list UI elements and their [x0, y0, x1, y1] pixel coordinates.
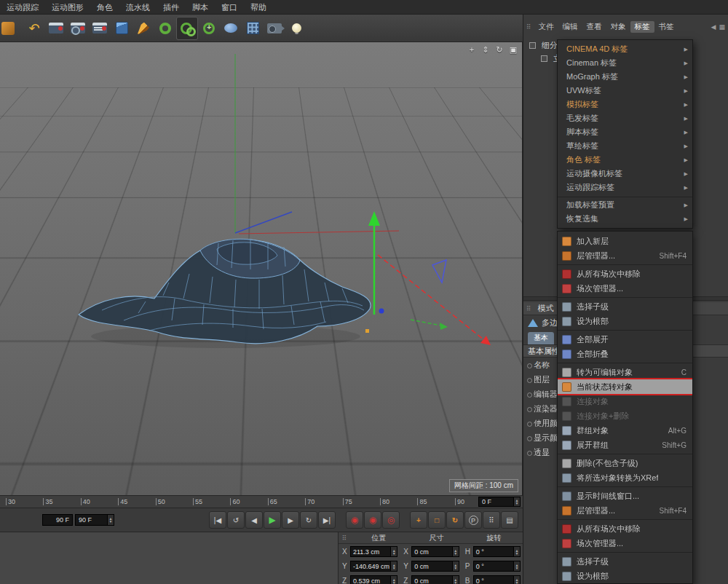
minimal-interface-button[interactable]: ▤ [501, 511, 518, 529]
context-menu-item[interactable]: 选择子级 [558, 552, 692, 569]
frame-value-field[interactable]: 90 F ▲▼ [75, 514, 114, 526]
toolbar-button[interactable] [89, 17, 111, 40]
tags-menu-item[interactable]: 模拟标签 ▶ [558, 98, 692, 111]
coordinate-input[interactable]: 0 ° ▲▼ [473, 561, 521, 572]
coordinate-input[interactable]: 0 cm ▲▼ [411, 575, 459, 584]
toolbar-button[interactable] [264, 17, 285, 40]
value-spinner[interactable]: ▲▼ [452, 576, 459, 584]
context-menu-item[interactable]: 删除(不包含子级) [558, 454, 692, 470]
toolbar-button[interactable] [67, 17, 89, 40]
context-menu-item[interactable]: 全部展开 [558, 330, 692, 347]
grip-icon[interactable]: ⠿ [526, 23, 531, 31]
context-menu-item[interactable]: 转为可编辑对象 C [558, 363, 692, 379]
menubar-item[interactable]: 运动跟踪 [0, 0, 45, 15]
tags-menu-item[interactable]: 运动跟踪标签 ▶ [558, 181, 692, 194]
tags-menu-item[interactable]: MoGraph 标签 ▶ [558, 70, 692, 84]
menubar-item[interactable]: 插件 [157, 0, 186, 15]
gizmo-plane-arrowhead[interactable] [440, 323, 448, 330]
tab-basic[interactable]: 基本 [528, 332, 554, 344]
toolbar-button[interactable] [242, 17, 264, 40]
timeline-ruler[interactable]: 30 35 40 45 50 55 60 65 70 75 80 85 [0, 495, 523, 508]
context-menu-item[interactable]: 将所选对象转换为XRef [558, 470, 692, 485]
keyframe-selection-button[interactable]: ◎ [382, 511, 400, 529]
value-spinner[interactable]: ▲▼ [390, 561, 397, 571]
om-menu-view[interactable]: 查看 [582, 21, 606, 33]
context-menu-item[interactable]: 从所有场次中移除 [558, 264, 692, 281]
om-menu-edit[interactable]: 编辑 [558, 21, 582, 33]
toggle-view-icon[interactable]: ▣ [508, 44, 518, 55]
coordinate-input[interactable]: 0 ° ▲▼ [473, 575, 521, 584]
toolbar-button[interactable] [1, 17, 23, 40]
tags-menu-item[interactable]: 草绘标签 ▶ [558, 139, 692, 153]
toolbar-button[interactable] [45, 17, 67, 40]
context-menu-item[interactable]: 加入新层 [558, 234, 692, 248]
toolbar-button[interactable] [285, 17, 307, 40]
gizmo-plane-handle[interactable] [411, 320, 441, 325]
toolbar-button[interactable]: ↶ [23, 17, 45, 40]
record-rotation-toggle[interactable]: ↻ [446, 511, 464, 529]
value-spinner[interactable]: ▲▼ [513, 576, 520, 584]
tags-menu-item[interactable]: 角色 标签 ▶ [558, 153, 692, 167]
tags-menu-item[interactable]: 脚本标签 ▶ [558, 125, 692, 139]
coordinate-input[interactable]: -140.649 cm ▲▼ [350, 561, 397, 572]
context-menu-item[interactable]: 选择子级 [558, 297, 692, 314]
context-menu-item[interactable]: 群组对象 Alt+G [558, 423, 692, 438]
grip-icon[interactable]: ⠿ [339, 534, 350, 542]
selected-vertex[interactable] [365, 329, 369, 333]
tags-menu-item[interactable]: UVW标签 ▶ [558, 84, 692, 98]
pan-icon[interactable]: + [467, 44, 477, 55]
layout-icon[interactable]: ▦ [719, 23, 725, 31]
current-frame-field[interactable]: 0 F ▲▼ [478, 497, 521, 507]
value-spinner[interactable]: ▲▼ [390, 547, 397, 556]
tags-menu-item[interactable]: 运动摄像机标签 ▶ [558, 167, 692, 181]
coordinate-input[interactable]: 0 cm ▲▼ [411, 561, 459, 572]
perspective-viewport[interactable]: + ⇕ ↻ ▣ 网格间距 : 100 cm [0, 42, 523, 495]
context-menu-item[interactable]: 显示时间线窗口... [558, 486, 692, 503]
record-position-toggle[interactable]: + [410, 511, 427, 529]
toolbar-button[interactable] [198, 17, 220, 40]
expand-toggle-icon[interactable] [541, 55, 547, 62]
toolbar-button[interactable] [220, 17, 242, 40]
toolbar-button[interactable] [132, 17, 154, 40]
menubar-item[interactable]: 窗口 [215, 0, 244, 15]
previous-frame-button[interactable]: ◀ [245, 511, 263, 529]
tags-menu-item[interactable]: Cineman 标签 ▶ [558, 56, 692, 70]
goto-end-button[interactable]: ▶| [318, 511, 336, 529]
context-menu-item[interactable]: 全部折叠 [558, 347, 692, 361]
play-loop-button[interactable]: ↻ [300, 511, 317, 529]
context-menu-item[interactable]: 当前状态转对象 [558, 379, 692, 394]
play-reverse-button[interactable]: ↺ [227, 511, 245, 529]
play-forwards-button[interactable]: ▶ [264, 511, 281, 529]
tags-menu-item[interactable]: 加载标签预置 ▶ [558, 197, 692, 212]
coordinate-input[interactable]: 0 ° ▲▼ [473, 546, 521, 557]
om-menu-file[interactable]: 文件 [534, 21, 558, 33]
dock-icon[interactable]: ◀ [711, 23, 716, 31]
next-frame-button[interactable]: ▶ [282, 511, 299, 529]
om-menu-object[interactable]: 对象 [606, 21, 630, 33]
menubar-item[interactable]: 运动图形 [45, 0, 90, 15]
frame-spinner[interactable]: ▲▼ [513, 497, 520, 506]
context-menu-item[interactable]: 设为根部 [558, 314, 692, 328]
context-menu-item[interactable]: 层管理器... Shift+F4 [558, 248, 692, 263]
tags-menu-item[interactable]: 恢复选集 ▶ [558, 212, 692, 226]
frame-value-spinner[interactable]: ▲▼ [107, 515, 114, 525]
expand-toggle-icon[interactable] [529, 42, 536, 49]
toolbar-button[interactable] [111, 17, 132, 40]
context-menu-item[interactable]: 场次管理器... [558, 281, 692, 296]
record-pla-toggle[interactable]: ⠿ [483, 511, 500, 529]
coordinate-input[interactable]: 211.3 cm ▲▼ [350, 546, 397, 557]
toolbar-button[interactable] [154, 17, 176, 40]
record-parameter-toggle[interactable]: P [464, 511, 482, 529]
grip-icon[interactable]: ⠿ [526, 305, 531, 312]
tags-menu-item[interactable]: 毛发标签 ▶ [558, 111, 692, 125]
attribute-mode-label[interactable]: 模式 [538, 303, 554, 314]
menubar-item[interactable]: 流水线 [119, 0, 157, 15]
context-menu-item[interactable]: 设为根部 [558, 569, 692, 583]
record-active-objects-button[interactable]: ◉ [346, 511, 363, 529]
value-spinner[interactable]: ▲▼ [390, 576, 397, 584]
z-handle-dot[interactable] [379, 309, 384, 314]
gizmo-y-arrowhead[interactable] [368, 211, 380, 226]
gizmo-z-handle[interactable] [432, 260, 446, 283]
value-spinner[interactable]: ▲▼ [513, 561, 520, 571]
zoom-icon[interactable]: ⇕ [480, 44, 491, 55]
